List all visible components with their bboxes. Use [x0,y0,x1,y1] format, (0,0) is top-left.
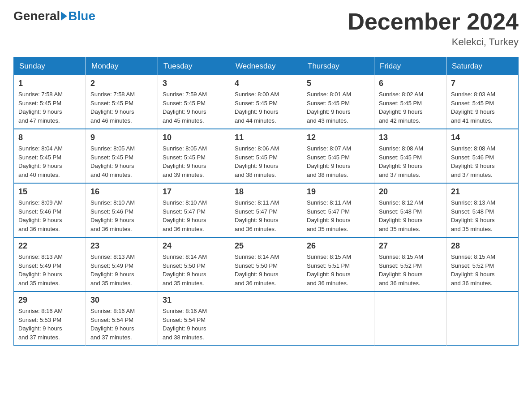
calendar-day-cell: 2Sunrise: 7:58 AMSunset: 5:45 PMDaylight… [86,75,158,129]
day-number: 20 [379,187,442,197]
day-info: Sunrise: 8:15 AMSunset: 5:52 PMDaylight:… [379,253,442,287]
day-number: 9 [90,133,153,142]
day-number: 8 [18,133,81,142]
day-info: Sunrise: 8:00 AMSunset: 5:45 PMDaylight:… [235,90,297,125]
calendar-day-cell: 21Sunrise: 8:13 AMSunset: 5:48 PMDayligh… [446,183,519,237]
day-info: Sunrise: 8:13 AMSunset: 5:49 PMDaylight:… [90,253,153,287]
calendar-day-cell: 9Sunrise: 8:05 AMSunset: 5:45 PMDaylight… [86,129,158,183]
calendar-day-cell [374,291,446,346]
day-number: 2 [90,79,153,88]
day-number: 16 [90,187,153,197]
calendar-day-cell: 31Sunrise: 8:16 AMSunset: 5:54 PMDayligh… [158,291,230,346]
day-number: 11 [235,133,297,142]
logo: General Blue [13,9,95,23]
calendar-week-row: 1Sunrise: 7:58 AMSunset: 5:45 PMDaylight… [14,75,519,129]
day-number: 3 [163,79,225,88]
day-info: Sunrise: 8:03 AMSunset: 5:45 PMDaylight:… [451,90,514,125]
day-info: Sunrise: 8:05 AMSunset: 5:45 PMDaylight:… [90,144,153,179]
day-info: Sunrise: 8:13 AMSunset: 5:48 PMDaylight:… [451,198,514,233]
day-info: Sunrise: 8:12 AMSunset: 5:48 PMDaylight:… [379,198,442,233]
calendar-day-cell: 5Sunrise: 8:01 AMSunset: 5:45 PMDaylight… [302,75,374,129]
calendar-day-cell: 24Sunrise: 8:14 AMSunset: 5:50 PMDayligh… [158,237,230,291]
day-number: 4 [235,79,297,88]
day-info: Sunrise: 8:14 AMSunset: 5:50 PMDaylight:… [163,253,225,287]
calendar-day-cell: 3Sunrise: 7:59 AMSunset: 5:45 PMDaylight… [158,75,230,129]
day-number: 10 [163,133,225,142]
page-header: General Blue December 2024 Kelekci, Turk… [13,9,519,48]
day-info: Sunrise: 8:06 AMSunset: 5:45 PMDaylight:… [235,144,297,179]
day-info: Sunrise: 8:11 AMSunset: 5:47 PMDaylight:… [307,198,369,233]
calendar-week-row: 8Sunrise: 8:04 AMSunset: 5:45 PMDaylight… [14,129,519,183]
calendar-header-row: SundayMondayTuesdayWednesdayThursdayFrid… [14,57,519,76]
day-number: 12 [307,133,369,142]
day-number: 6 [379,79,442,88]
location-text: Kelekci, Turkey [348,36,519,48]
calendar-day-cell: 10Sunrise: 8:05 AMSunset: 5:45 PMDayligh… [158,129,230,183]
day-number: 25 [235,241,297,251]
day-number: 5 [307,79,369,88]
calendar-day-cell: 17Sunrise: 8:10 AMSunset: 5:47 PMDayligh… [158,183,230,237]
day-info: Sunrise: 7:59 AMSunset: 5:45 PMDaylight:… [163,90,225,125]
day-info: Sunrise: 8:07 AMSunset: 5:45 PMDaylight:… [307,144,369,179]
calendar-day-cell: 25Sunrise: 8:14 AMSunset: 5:50 PMDayligh… [230,237,302,291]
day-info: Sunrise: 8:15 AMSunset: 5:52 PMDaylight:… [451,253,514,287]
day-info: Sunrise: 8:13 AMSunset: 5:49 PMDaylight:… [18,253,81,287]
day-number: 28 [451,241,514,251]
calendar-day-header: Friday [374,57,446,76]
calendar-day-header: Sunday [14,57,86,76]
day-number: 15 [18,187,81,197]
calendar-day-cell: 15Sunrise: 8:09 AMSunset: 5:46 PMDayligh… [14,183,86,237]
calendar-day-cell: 13Sunrise: 8:08 AMSunset: 5:45 PMDayligh… [374,129,446,183]
calendar-week-row: 15Sunrise: 8:09 AMSunset: 5:46 PMDayligh… [14,183,519,237]
calendar-day-cell: 4Sunrise: 8:00 AMSunset: 5:45 PMDaylight… [230,75,302,129]
calendar-day-cell: 7Sunrise: 8:03 AMSunset: 5:45 PMDaylight… [446,75,519,129]
calendar-day-cell: 8Sunrise: 8:04 AMSunset: 5:45 PMDaylight… [14,129,86,183]
calendar-day-cell: 14Sunrise: 8:08 AMSunset: 5:46 PMDayligh… [446,129,519,183]
day-info: Sunrise: 8:10 AMSunset: 5:47 PMDaylight:… [163,198,225,233]
day-number: 14 [451,133,514,142]
day-info: Sunrise: 8:11 AMSunset: 5:47 PMDaylight:… [235,198,297,233]
day-info: Sunrise: 8:16 AMSunset: 5:54 PMDaylight:… [163,307,225,342]
title-section: December 2024 Kelekci, Turkey [348,9,519,48]
calendar-table: SundayMondayTuesdayWednesdayThursdayFrid… [13,57,519,346]
calendar-week-row: 22Sunrise: 8:13 AMSunset: 5:49 PMDayligh… [14,237,519,291]
logo-blue-text: Blue [68,9,95,23]
day-info: Sunrise: 8:04 AMSunset: 5:45 PMDaylight:… [18,144,81,179]
calendar-day-cell [446,291,519,346]
day-number: 29 [18,295,81,305]
calendar-day-header: Saturday [446,57,519,76]
day-info: Sunrise: 8:08 AMSunset: 5:45 PMDaylight:… [379,144,442,179]
calendar-day-cell: 30Sunrise: 8:16 AMSunset: 5:54 PMDayligh… [86,291,158,346]
calendar-week-row: 29Sunrise: 8:16 AMSunset: 5:53 PMDayligh… [14,291,519,346]
calendar-day-cell [302,291,374,346]
calendar-day-cell: 23Sunrise: 8:13 AMSunset: 5:49 PMDayligh… [86,237,158,291]
day-number: 7 [451,79,514,88]
day-number: 24 [163,241,225,251]
month-title: December 2024 [348,9,519,34]
day-info: Sunrise: 7:58 AMSunset: 5:45 PMDaylight:… [18,90,81,125]
day-number: 17 [163,187,225,197]
calendar-day-cell: 6Sunrise: 8:02 AMSunset: 5:45 PMDaylight… [374,75,446,129]
logo-general-text: General [13,9,60,23]
day-number: 1 [18,79,81,88]
day-number: 22 [18,241,81,251]
calendar-day-cell: 18Sunrise: 8:11 AMSunset: 5:47 PMDayligh… [230,183,302,237]
day-number: 19 [307,187,369,197]
calendar-day-cell [230,291,302,346]
calendar-day-cell: 16Sunrise: 8:10 AMSunset: 5:46 PMDayligh… [86,183,158,237]
calendar-day-cell: 20Sunrise: 8:12 AMSunset: 5:48 PMDayligh… [374,183,446,237]
day-number: 13 [379,133,442,142]
day-number: 21 [451,187,514,197]
day-info: Sunrise: 8:08 AMSunset: 5:46 PMDaylight:… [451,144,514,179]
calendar-day-header: Wednesday [230,57,302,76]
calendar-day-header: Tuesday [158,57,230,76]
calendar-day-cell: 29Sunrise: 8:16 AMSunset: 5:53 PMDayligh… [14,291,86,346]
day-info: Sunrise: 8:15 AMSunset: 5:51 PMDaylight:… [307,253,369,287]
calendar-day-cell: 12Sunrise: 8:07 AMSunset: 5:45 PMDayligh… [302,129,374,183]
day-info: Sunrise: 7:58 AMSunset: 5:45 PMDaylight:… [90,90,153,125]
day-info: Sunrise: 8:16 AMSunset: 5:54 PMDaylight:… [90,307,153,342]
calendar-day-cell: 1Sunrise: 7:58 AMSunset: 5:45 PMDaylight… [14,75,86,129]
day-info: Sunrise: 8:10 AMSunset: 5:46 PMDaylight:… [90,198,153,233]
day-number: 18 [235,187,297,197]
day-info: Sunrise: 8:05 AMSunset: 5:45 PMDaylight:… [163,144,225,179]
